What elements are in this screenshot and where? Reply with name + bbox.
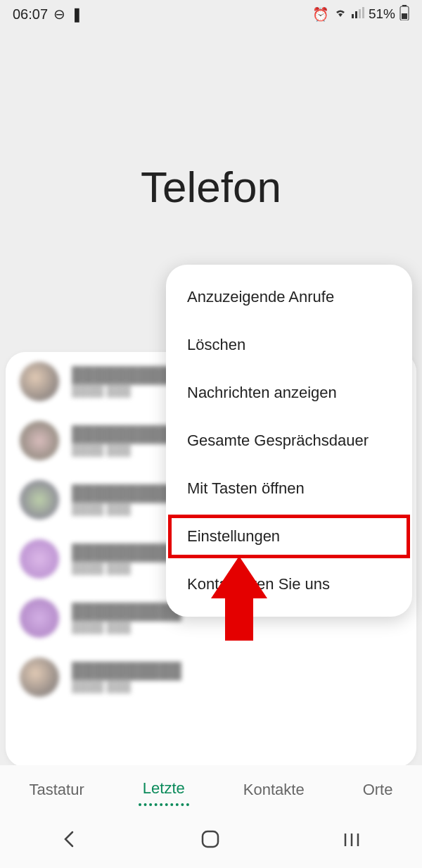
menu-item-show-messages[interactable]: Nachrichten anzeigen <box>166 369 412 417</box>
avatar <box>20 658 59 697</box>
system-navbar <box>0 814 422 868</box>
tab-places[interactable]: Orte <box>359 775 397 805</box>
hint-icon: ❚ <box>71 6 83 23</box>
avatar <box>20 421 59 460</box>
menu-item-calls-to-show[interactable]: Anzuzeigende Anrufe <box>166 273 412 321</box>
nav-back-icon[interactable] <box>60 829 79 853</box>
tab-keypad[interactable]: Tastatur <box>25 775 89 805</box>
svg-rect-2 <box>359 9 361 18</box>
alarm-icon: ⏰ <box>312 6 329 23</box>
menu-item-contact-us[interactable]: Kontaktieren Sie uns <box>166 560 412 608</box>
nav-recents-icon[interactable] <box>342 829 362 853</box>
avatar <box>20 480 59 520</box>
call-row[interactable]: ██████████████ ███ <box>6 648 416 707</box>
menu-item-settings[interactable]: Einstellungen <box>166 512 412 560</box>
dnd-icon: ⊖ <box>53 6 65 23</box>
menu-item-open-with-keys[interactable]: Mit Tasten öffnen <box>166 465 412 512</box>
tab-recents[interactable]: Letzte <box>139 774 189 806</box>
svg-rect-3 <box>362 7 364 18</box>
battery-text: 51% <box>369 6 395 22</box>
battery-icon <box>399 5 409 24</box>
nav-home-icon[interactable] <box>200 829 220 854</box>
bottom-tabs: Tastatur Letzte Kontakte Orte <box>0 765 422 814</box>
tab-contacts[interactable]: Kontakte <box>239 775 309 805</box>
signal-icon <box>352 6 364 22</box>
menu-item-total-call-time[interactable]: Gesamte Gesprächsdauer <box>166 417 412 465</box>
status-time: 06:07 <box>13 6 48 23</box>
avatar <box>20 598 59 638</box>
page-title: Telefon <box>141 162 281 212</box>
svg-rect-7 <box>203 831 218 847</box>
svg-rect-0 <box>352 14 354 18</box>
svg-rect-1 <box>355 11 357 18</box>
avatar <box>20 362 59 401</box>
svg-rect-6 <box>402 13 407 19</box>
overflow-menu: Anzuzeigende Anrufe Löschen Nachrichten … <box>166 265 412 617</box>
wifi-icon <box>333 6 347 22</box>
menu-item-delete[interactable]: Löschen <box>166 321 412 369</box>
avatar <box>20 539 59 579</box>
status-bar: 06:07 ⊖ ❚ ⏰ 51% <box>0 0 422 28</box>
annotation-arrow <box>211 556 267 641</box>
